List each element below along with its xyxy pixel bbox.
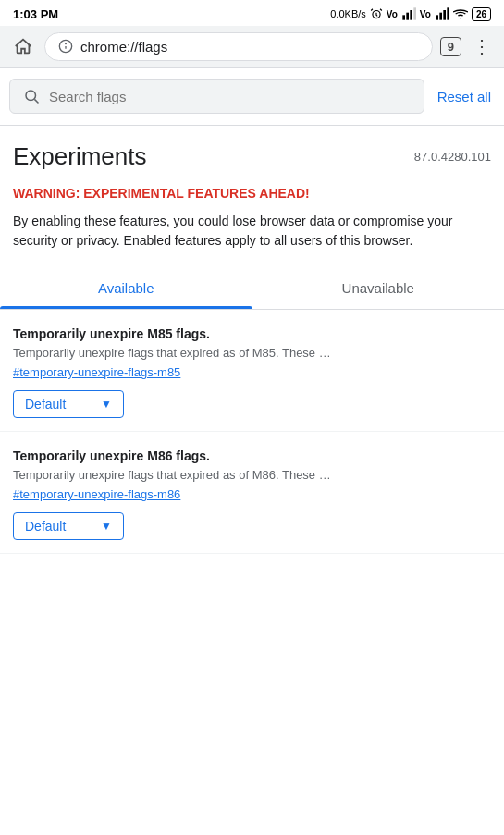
svg-rect-3 [410, 10, 412, 20]
network-speed: 0.0KB/s [330, 8, 366, 19]
more-menu-button[interactable]: ⋮ [469, 31, 495, 61]
description-text: By enabling these features, you could lo… [0, 204, 504, 267]
flag-m86-dropdown[interactable]: Default ▼ [13, 512, 124, 540]
svg-rect-5 [436, 15, 438, 19]
flag-m85-dropdown-arrow: ▼ [101, 398, 112, 411]
flag-m85-title: Temporarily unexpire M85 flags. [13, 326, 491, 341]
svg-rect-6 [439, 13, 442, 20]
tab-available[interactable]: Available [0, 267, 252, 309]
signal-vo: Vo [387, 9, 398, 19]
home-button[interactable] [9, 32, 37, 60]
status-icons: 0.0KB/s Vo Vo 26 [330, 7, 491, 21]
flag-m86-title: Temporarily unexpire M86 flags. [13, 448, 491, 463]
svg-rect-4 [413, 7, 416, 19]
svg-rect-2 [406, 13, 409, 20]
svg-rect-7 [443, 10, 446, 20]
search-icon [23, 88, 40, 104]
alarm-icon [370, 7, 383, 20]
status-bar: 1:03 PM 0.0KB/s Vo Vo 26 [0, 0, 504, 26]
signal-vo2: Vo [420, 9, 431, 19]
flag-m86-description: Temporarily unexpire flags that expired … [13, 467, 491, 484]
tab-count-badge[interactable]: 9 [440, 37, 461, 56]
flag-m86-link[interactable]: #temporary-unexpire-flags-m86 [13, 487, 491, 501]
search-bar[interactable] [9, 79, 424, 114]
flag-m85-dropdown-label: Default [25, 397, 66, 411]
flag-m85-dropdown[interactable]: Default ▼ [13, 390, 124, 418]
tab-unavailable[interactable]: Unavailable [252, 267, 505, 309]
flag-item-m85: Temporarily unexpire M85 flags. Temporar… [0, 310, 504, 432]
svg-point-12 [26, 91, 36, 101]
signal-icon [401, 7, 416, 20]
reset-all-button[interactable]: Reset all [434, 89, 495, 104]
browser-chrome: chrome://flags 9 ⋮ [0, 26, 504, 68]
flags-list: Temporarily unexpire M85 flags. Temporar… [0, 310, 504, 554]
flag-m85-link[interactable]: #temporary-unexpire-flags-m85 [13, 365, 491, 379]
version-text: 87.0.4280.101 [414, 142, 491, 164]
svg-line-13 [34, 99, 38, 103]
experiments-title: Experiments [13, 142, 147, 171]
svg-rect-8 [447, 7, 449, 19]
battery-level: 26 [472, 7, 491, 21]
wifi-icon [453, 7, 468, 20]
flag-m86-dropdown-label: Default [25, 519, 66, 534]
search-section: Reset all [0, 68, 504, 126]
flag-m86-dropdown-arrow: ▼ [101, 520, 112, 533]
tabs-container: Available Unavailable [0, 267, 504, 310]
home-icon [13, 36, 33, 56]
experiments-header: Experiments 87.0.4280.101 [0, 126, 504, 177]
status-time: 1:03 PM [13, 7, 58, 21]
info-icon [58, 39, 73, 54]
url-text: chrome://flags [80, 39, 167, 55]
flag-m85-description: Temporarily unexpire flags that expired … [13, 345, 491, 362]
search-input[interactable] [49, 89, 411, 104]
address-bar[interactable]: chrome://flags [44, 32, 433, 61]
warning-text: WARNING: EXPERIMENTAL FEATURES AHEAD! [0, 177, 504, 204]
flag-item-m86: Temporarily unexpire M86 flags. Temporar… [0, 432, 504, 554]
signal-icon2 [435, 7, 449, 20]
svg-rect-1 [402, 15, 405, 19]
